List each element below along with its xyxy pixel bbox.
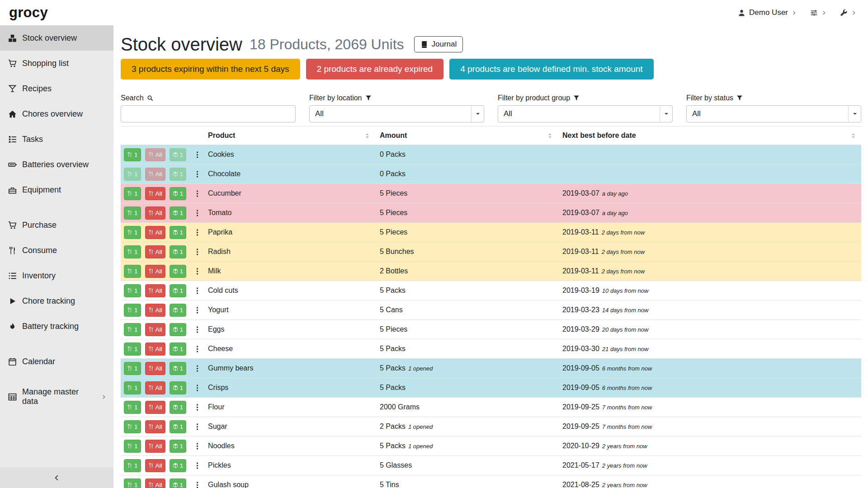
consume-one-button[interactable]: 1 — [124, 420, 141, 433]
search-input[interactable] — [121, 105, 296, 122]
row-menu-button[interactable] — [193, 442, 201, 450]
table-row[interactable]: 1 All 1 Eggs 5 Pieces 2019-03-29 20 days… — [121, 320, 861, 339]
row-menu-button[interactable] — [193, 462, 201, 469]
row-menu-button[interactable] — [193, 423, 201, 431]
open-one-button[interactable]: 1 — [170, 226, 187, 239]
open-one-button[interactable]: 1 — [170, 479, 187, 488]
open-one-button[interactable]: 1 — [170, 148, 187, 161]
table-row[interactable]: 1 All 1 Chocolate 0 Packs — [121, 164, 861, 184]
consume-one-button[interactable]: 1 — [124, 323, 141, 336]
open-one-button[interactable]: 1 — [170, 206, 187, 220]
col-product[interactable]: Product — [203, 127, 375, 145]
table-row[interactable]: 1 All 1 Yogurt 5 Cans 2019-03-23 14 days… — [121, 300, 861, 320]
open-one-button[interactable]: 1 — [170, 245, 187, 258]
open-one-button[interactable]: 1 — [170, 343, 187, 356]
consume-one-button[interactable]: 1 — [124, 245, 141, 258]
settings-menu[interactable] — [810, 9, 826, 17]
table-row[interactable]: 1 All 1 Crisps 5 Packs 2019-09-05 6 mont… — [121, 378, 861, 398]
location-filter-select[interactable]: All — [309, 105, 484, 122]
sidebar-item-recipes[interactable]: Recipes — [0, 76, 113, 101]
table-row[interactable]: 1 All 1 Paprika 5 Pieces 2019-03-11 2 da… — [121, 223, 861, 242]
consume-one-button[interactable]: 1 — [124, 187, 141, 200]
table-row[interactable]: 1 All 1 Cold cuts 5 Packs 2019-03-19 10 … — [121, 281, 861, 300]
consume-all-button[interactable]: All — [145, 401, 165, 414]
consume-one-button[interactable]: 1 — [124, 479, 141, 488]
row-menu-button[interactable] — [193, 248, 201, 256]
row-menu-button[interactable] — [193, 384, 201, 392]
row-menu-button[interactable] — [193, 404, 201, 411]
consume-all-button[interactable]: All — [145, 187, 165, 200]
sidebar-item-stock-overview[interactable]: Stock overview — [0, 25, 113, 51]
consume-all-button[interactable]: All — [145, 459, 165, 472]
consume-all-button[interactable]: All — [145, 226, 165, 239]
consume-all-button[interactable]: All — [145, 479, 165, 488]
open-one-button[interactable]: 1 — [170, 304, 187, 317]
consume-one-button[interactable]: 1 — [124, 381, 141, 394]
consume-all-button[interactable]: All — [145, 381, 165, 394]
sidebar-item-battery-tracking[interactable]: Battery tracking — [0, 314, 113, 339]
row-menu-button[interactable] — [193, 306, 201, 314]
sidebar-collapse-button[interactable] — [0, 467, 113, 488]
consume-all-button[interactable]: All — [145, 284, 165, 297]
consume-all-button[interactable]: All — [145, 265, 165, 278]
consume-all-button[interactable]: All — [145, 148, 165, 161]
consume-one-button[interactable]: 1 — [124, 459, 141, 472]
consume-all-button[interactable]: All — [145, 323, 165, 336]
consume-one-button[interactable]: 1 — [124, 168, 141, 181]
open-one-button[interactable]: 1 — [170, 168, 187, 181]
open-one-button[interactable]: 1 — [170, 420, 187, 433]
sidebar-item-shopping-list[interactable]: Shopping list — [0, 51, 113, 76]
journal-button[interactable]: Journal — [414, 36, 463, 52]
consume-all-button[interactable]: All — [145, 168, 165, 181]
open-one-button[interactable]: 1 — [170, 265, 187, 278]
consume-one-button[interactable]: 1 — [124, 265, 141, 278]
sidebar-item-manage-master-data[interactable]: Manage master data — [0, 384, 113, 409]
consume-one-button[interactable]: 1 — [124, 284, 141, 297]
table-row[interactable]: 1 All 1 Flour 2000 Grams 2019-09-25 7 mo… — [121, 398, 861, 417]
sidebar-item-batteries-overview[interactable]: Batteries overview — [0, 152, 113, 177]
table-row[interactable]: 1 All 1 Sugar 2 Packs 1 opened 2019-09-2… — [121, 417, 861, 436]
row-menu-button[interactable] — [193, 229, 201, 236]
open-one-button[interactable]: 1 — [170, 187, 187, 200]
admin-menu[interactable] — [840, 9, 856, 17]
col-amount[interactable]: Amount — [375, 127, 558, 145]
sidebar-item-calendar[interactable]: Calendar — [0, 349, 113, 374]
sidebar-item-chore-tracking[interactable]: Chore tracking — [0, 288, 113, 314]
col-next-best-before-date[interactable]: Next best before date — [558, 127, 861, 145]
consume-one-button[interactable]: 1 — [124, 304, 141, 317]
row-menu-button[interactable] — [193, 190, 201, 197]
sidebar-item-chores-overview[interactable]: Chores overview — [0, 101, 113, 127]
product-group-filter-select[interactable]: All — [498, 105, 673, 122]
consume-one-button[interactable]: 1 — [124, 362, 141, 375]
table-row[interactable]: 1 All 1 Cucumber 5 Pieces 2019-03-07 a d… — [121, 184, 861, 203]
table-row[interactable]: 1 All 1 Radish 5 Bunches 2019-03-11 2 da… — [121, 242, 861, 262]
table-row[interactable]: 1 All 1 Tomato 5 Pieces 2019-03-07 a day… — [121, 203, 861, 223]
sidebar-item-consume[interactable]: Consume — [0, 238, 113, 263]
row-menu-button[interactable] — [193, 287, 201, 295]
row-menu-button[interactable] — [193, 326, 201, 333]
consume-one-button[interactable]: 1 — [124, 206, 141, 220]
consume-one-button[interactable]: 1 — [124, 343, 141, 356]
consume-all-button[interactable]: All — [145, 304, 165, 317]
sidebar-item-inventory[interactable]: Inventory — [0, 263, 113, 288]
row-menu-button[interactable] — [193, 170, 201, 178]
table-row[interactable]: 1 All 1 Cheese 5 Packs 2019-03-30 21 day… — [121, 339, 861, 359]
table-row[interactable]: 1 All 1 Gulash soup 5 Tins 2021-08-25 2 … — [121, 475, 861, 488]
banner-expired[interactable]: 2 products are already expired — [306, 59, 444, 80]
consume-all-button[interactable]: All — [145, 206, 165, 220]
consume-all-button[interactable]: All — [145, 440, 165, 453]
open-one-button[interactable]: 1 — [170, 381, 187, 394]
sidebar-item-tasks[interactable]: Tasks — [0, 127, 113, 152]
row-menu-button[interactable] — [193, 267, 201, 275]
sidebar-item-purchase[interactable]: Purchase — [0, 212, 113, 238]
row-menu-button[interactable] — [193, 209, 201, 217]
open-one-button[interactable]: 1 — [170, 284, 187, 297]
open-one-button[interactable]: 1 — [170, 401, 187, 414]
open-one-button[interactable]: 1 — [170, 440, 187, 453]
table-row[interactable]: 1 All 1 Cookies 0 Packs — [121, 145, 861, 164]
consume-all-button[interactable]: All — [145, 343, 165, 356]
sidebar-item-equipment[interactable]: Equipment — [0, 177, 113, 202]
table-row[interactable]: 1 All 1 Noodles 5 Packs 1 opened 2020-10… — [121, 436, 861, 456]
consume-one-button[interactable]: 1 — [124, 148, 141, 161]
consume-all-button[interactable]: All — [145, 245, 165, 258]
